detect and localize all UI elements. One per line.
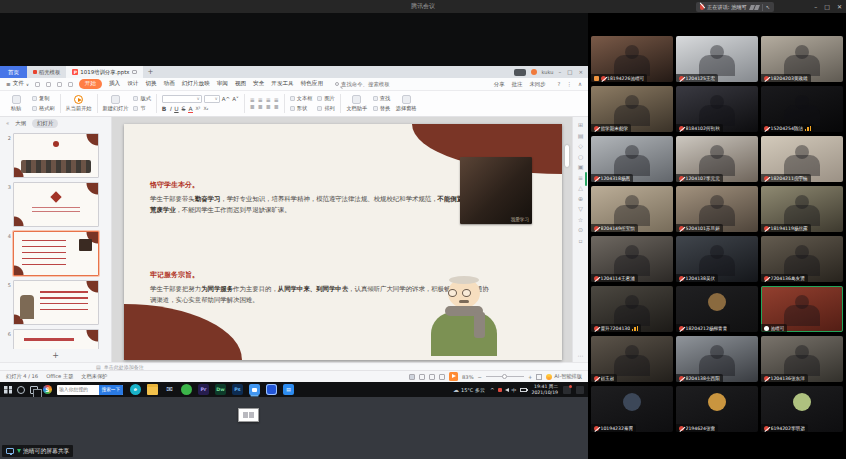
task-view-icon[interactable]	[30, 386, 38, 394]
fit-slide-icon[interactable]	[536, 374, 542, 380]
side-icon[interactable]: ⊞	[578, 121, 583, 128]
side-icon[interactable]: ☆	[578, 216, 583, 223]
participant-tile[interactable]: 18194119杨丝露	[761, 186, 843, 232]
side-icon[interactable]: △	[578, 184, 583, 191]
font-color-button[interactable]: A	[188, 105, 192, 113]
taskbar-app-file-explorer[interactable]	[147, 384, 158, 395]
participant-tile[interactable]: 1204125王宏	[676, 36, 758, 82]
taskbar-app-mail[interactable]: ✉	[164, 384, 175, 395]
taskbar-search-input[interactable]	[57, 387, 99, 392]
canvas-scrollbar[interactable]	[565, 145, 569, 167]
notes-view-icon[interactable]	[439, 374, 445, 380]
tab-presentation-file[interactable]: P 1019培训分享.pptx	[66, 66, 142, 78]
paragraph-buttons[interactable]: ≡≡≡≡ ≣≣≣≣	[250, 97, 279, 110]
taskbar-app-docs-app[interactable]: ▤	[283, 384, 294, 395]
underline-button[interactable]: U	[174, 105, 178, 112]
command-search-input[interactable]	[341, 81, 413, 87]
new-tab-button[interactable]: +	[148, 68, 154, 76]
panel-tab-outline[interactable]: 大纲	[15, 120, 26, 127]
redo-icon[interactable]	[68, 82, 73, 87]
menu-item[interactable]: 开发工具	[271, 80, 293, 88]
menu-item[interactable]: 切换	[145, 80, 156, 88]
s-app-icon[interactable]: S	[43, 385, 52, 394]
participant-tile[interactable]: 18204211倪宇楠	[761, 136, 843, 182]
account-avatar[interactable]	[531, 69, 537, 75]
strikethrough-button[interactable]: S	[182, 105, 186, 112]
wps-action-button[interactable]: 未同步	[529, 81, 545, 88]
menu-item[interactable]: 插入	[109, 80, 120, 88]
speaker-icon[interactable]	[505, 388, 509, 392]
participant-tile[interactable]: 1204114王君浦	[591, 236, 673, 282]
cortana-icon[interactable]	[17, 386, 25, 394]
speaking-indicator[interactable]: 正在讲话: 池晴可 ↖	[696, 2, 774, 12]
participant-tile[interactable]: 赵玉超	[591, 336, 673, 382]
collapse-panel-icon[interactable]: «	[6, 120, 9, 126]
side-icon[interactable]: ○	[578, 153, 583, 160]
participant-tile[interactable]: 18204203黄政雄	[761, 36, 843, 82]
sorter-view-icon[interactable]	[419, 374, 425, 380]
promo-badge[interactable]	[514, 69, 526, 76]
shape-button[interactable]: 形状	[290, 105, 313, 112]
menu-item[interactable]: 幻灯片放映	[182, 80, 210, 88]
side-icon[interactable]: ▣	[578, 163, 584, 170]
participant-tile[interactable]: 18194226池晴可	[591, 36, 673, 82]
tab-docer[interactable]: 稻壳模板	[27, 66, 67, 78]
wps-restore-button[interactable]: □	[567, 69, 572, 75]
reading-view-icon[interactable]	[429, 374, 435, 380]
side-icon[interactable]: ▫	[578, 237, 582, 244]
close-button[interactable]: ✕	[837, 3, 842, 10]
slide-thumbnail[interactable]: 6	[0, 327, 111, 349]
maximize-button[interactable]: □	[824, 3, 830, 10]
participant-tile[interactable]: 7204136葛友贤	[761, 236, 843, 282]
side-icon[interactable]: ▽	[578, 205, 583, 212]
collapse-ribbon-icon[interactable]: ∧	[578, 81, 582, 87]
taskbar-app-green-app[interactable]	[181, 384, 192, 395]
slide-thumbnail[interactable]: 5	[0, 278, 111, 327]
taskbar-clock[interactable]: 19:41 周二 2021/10/19	[532, 384, 558, 396]
play-from-current-button[interactable]: 从当前开始	[66, 95, 92, 112]
participant-tile[interactable]: 1204107李元元	[676, 136, 758, 182]
participant-tile[interactable]: 8184102何朝秋	[676, 86, 758, 132]
account-name[interactable]: kuku	[542, 69, 554, 75]
current-slide[interactable]: 恪守学生本分。 学生干部要带头勤奋学习，学好专业知识，培养科学精神，模范遵守法律…	[124, 124, 562, 360]
wps-action-button[interactable]: 批注	[512, 81, 523, 88]
print-icon[interactable]	[46, 82, 51, 87]
slide-thumbnail[interactable]: 3	[0, 180, 111, 229]
participant-tile[interactable]: 哲学期末怨学	[591, 86, 673, 132]
weather-widget[interactable]: ☁ 15°C 多云	[453, 386, 485, 393]
command-search[interactable]	[335, 81, 413, 87]
taskbar-app-phone-app[interactable]	[266, 384, 277, 395]
participant-tile[interactable]: 1204318杨恩	[591, 136, 673, 182]
undo-icon[interactable]	[57, 82, 62, 87]
participant-tile[interactable]: 5204101苏旦妍	[676, 186, 758, 232]
zoom-level[interactable]: 83%	[462, 374, 474, 380]
tray-expand-icon[interactable]: ^	[490, 387, 495, 393]
layout-button[interactable]: 版式	[133, 95, 150, 102]
participant-tile[interactable]: 1204138吴伏	[676, 236, 758, 282]
menu-item[interactable]: 设计	[127, 80, 138, 88]
slide-thumbnail[interactable]: 4	[0, 229, 111, 278]
format-painter-button[interactable]: 格式刷	[32, 105, 55, 112]
taskbar-search-button[interactable]: 搜索一下	[99, 385, 123, 395]
participant-tile[interactable]: 1204136张东洋	[761, 336, 843, 382]
panel-tab-slides[interactable]: 幻灯片	[32, 119, 58, 128]
find-button[interactable]: 查找	[373, 95, 390, 102]
menu-item[interactable]: 特色应用	[301, 80, 323, 88]
participant-tile[interactable]: 8204138仝西阳	[676, 336, 758, 382]
tray-app-icon[interactable]	[498, 388, 502, 392]
zoom-in-button[interactable]: +	[528, 374, 532, 380]
wps-minimize-button[interactable]: –	[558, 69, 561, 75]
participant-tile[interactable]: 2194624张雷	[676, 386, 758, 432]
menu-item[interactable]: 动画	[164, 80, 175, 88]
picture-button[interactable]: 图片	[317, 95, 334, 102]
participant-tile[interactable]: 池晴可	[761, 286, 843, 332]
zoom-out-button[interactable]: −	[478, 374, 482, 380]
side-icon[interactable]: ▤	[578, 132, 584, 139]
font-name-select[interactable]: ∨	[162, 95, 202, 103]
participant-tile[interactable]: 10194232秦霄	[591, 386, 673, 432]
ime-indicator[interactable]: 中	[512, 387, 517, 393]
copy-button[interactable]: 复制	[32, 95, 55, 102]
ai-layout-button[interactable]: AI-智能排版	[546, 373, 582, 380]
paste-button[interactable]: 粘贴	[5, 95, 27, 112]
participant-tile[interactable]: 18204212杨柳青青	[676, 286, 758, 332]
